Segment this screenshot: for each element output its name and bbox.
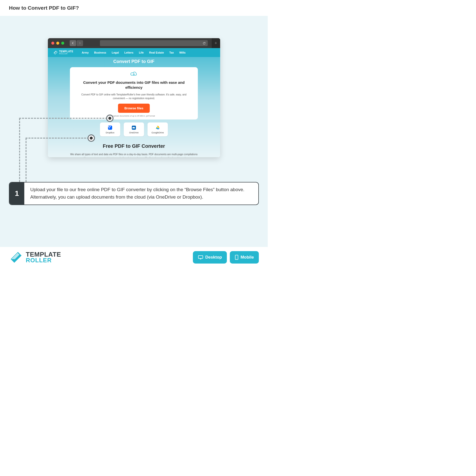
nav-link[interactable]: Army (82, 51, 89, 54)
plus-icon: + (214, 41, 217, 46)
googledrive-icon (155, 125, 160, 130)
maximize-dot[interactable] (61, 42, 64, 45)
nav-links: Army Business Legal Letters Life Real Es… (82, 51, 186, 54)
nav-link[interactable]: Legal (112, 51, 119, 54)
desktop-label: Desktop (205, 255, 222, 260)
dash-line (26, 138, 89, 139)
new-tab-button[interactable]: + (212, 38, 220, 48)
app-header: TEMPLATE ROLLER Army Business Legal Lett… (48, 48, 220, 57)
annotation-marker (106, 115, 114, 122)
upload-note: Upload documents of up to 25 MB in .pdf … (76, 115, 192, 117)
page-content: Convert PDF to GIF Convert your PDF docu… (48, 57, 220, 157)
cloud-upload-icon (129, 71, 138, 77)
card-title: Convert your PDF documents into GIF file… (76, 80, 192, 90)
onedrive-option[interactable]: OneDrive (124, 122, 144, 136)
template-roller-icon (53, 50, 58, 55)
nav-link[interactable]: Real Estate (149, 51, 164, 54)
chevron-left-icon (72, 42, 74, 44)
banner-title: Convert PDF to GIF (48, 59, 220, 64)
onedrive-icon (131, 125, 137, 130)
back-button[interactable] (70, 40, 76, 46)
section-title: Free PDF to GIF Converter (48, 143, 220, 149)
card-description: Convert PDF to GIF online with Templater… (76, 93, 192, 100)
dropbox-option[interactable]: DropBox (100, 122, 120, 136)
upload-card: Convert your PDF documents into GIF file… (70, 67, 198, 119)
url-bar[interactable] (100, 40, 208, 46)
svg-rect-2 (198, 256, 203, 259)
footer: TEMPLATE ROLLER Desktop Mobile (0, 247, 268, 268)
template-roller-icon (9, 250, 23, 265)
mobile-view-button[interactable]: Mobile (230, 251, 259, 264)
nav-link[interactable]: Business (94, 51, 106, 54)
footer-logo-line2: ROLLER (26, 258, 61, 263)
page-title: How to Convert PDF to GIF? (9, 5, 259, 11)
dash-line (19, 118, 20, 182)
minimize-dot[interactable] (56, 42, 59, 45)
cloud-label: OneDrive (129, 131, 139, 134)
mobile-label: Mobile (240, 255, 254, 260)
close-dot[interactable] (51, 42, 54, 45)
dropbox-icon (107, 125, 113, 130)
app-logo[interactable]: TEMPLATE ROLLER (53, 50, 73, 55)
chevron-right-icon (79, 42, 81, 44)
browse-files-button[interactable]: Browse files (118, 104, 150, 113)
annotation-marker (88, 134, 95, 142)
nav-link[interactable]: Life (139, 51, 144, 54)
browser-window: + TEMPLATE ROLLER Army Business Legal Le… (48, 38, 220, 157)
footer-logo[interactable]: TEMPLATE ROLLER (9, 250, 61, 265)
svg-point-4 (237, 259, 237, 259)
dash-line (19, 118, 107, 119)
nav-link[interactable]: Tax (169, 51, 174, 54)
step-text: Upload your file to our free online PDF … (24, 182, 258, 205)
cloud-label: DropBox (106, 131, 114, 134)
desktop-view-button[interactable]: Desktop (193, 251, 227, 264)
browser-titlebar: + (48, 38, 220, 48)
section-paragraph: We share all types of text and data via … (69, 152, 198, 157)
step-box: 1 Upload your file to our free online PD… (9, 182, 259, 205)
logo-line2: ROLLER (59, 53, 73, 55)
reload-icon (203, 42, 206, 45)
desktop-icon (198, 255, 203, 260)
googledrive-option[interactable]: GoogleDrive (148, 122, 168, 136)
nav-link[interactable]: Letters (124, 51, 133, 54)
cloud-label: GoogleDrive (151, 131, 164, 134)
cloud-options: DropBox OneDrive GoogleDrive (48, 122, 220, 136)
step-number: 1 (9, 182, 24, 205)
reload-button[interactable] (202, 41, 207, 46)
forward-button[interactable] (77, 40, 83, 46)
dash-line (26, 138, 27, 182)
mobile-icon (235, 255, 238, 260)
nav-link[interactable]: Wills (179, 51, 186, 54)
